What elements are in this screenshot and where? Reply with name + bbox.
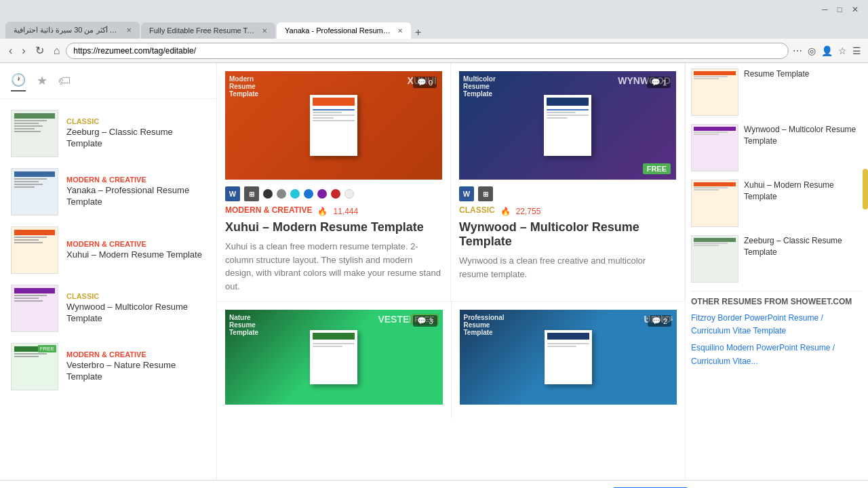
sidebar-item-vesterbro[interactable]: FREE MODERN & CREATIVE Vesterbro – Natur… [0, 338, 216, 396]
tab-arabic-title: البلك أكثر من 30 سيرة ذاتية احترافية [14, 26, 122, 35]
tab-yanaka-close[interactable]: ✕ [397, 27, 403, 35]
tab-editable-close[interactable]: ✕ [262, 27, 267, 35]
sidebar-category-yanaka: MODERN & CREATIVE [66, 176, 205, 184]
grid-icon2: ⊞ [478, 186, 493, 201]
sidebar-tab-history[interactable]: 🕐 [11, 70, 26, 92]
card-wynwood: Multicolor Resume Template WYNWOOD [451, 63, 685, 302]
pocket-button[interactable]: ◎ [806, 44, 817, 58]
right-sidebar: Resume Template Wynwood – Multicolor Res… [685, 63, 868, 480]
card-vesterbro-image[interactable]: Nature Resume Template VESTERBRO FREE [225, 310, 443, 405]
xuhui-category: MODERN & CREATIVE [225, 205, 312, 215]
color-dot-purple [317, 189, 327, 199]
right-title-1: Resume Template [744, 68, 810, 116]
main-content: Modern Resume Template XUHUI [217, 63, 685, 480]
address-bar[interactable] [66, 43, 789, 59]
tab-editable[interactable]: Fully Editable Free Resume Templ... ✕ [141, 22, 275, 39]
xuhui-line4 [313, 117, 334, 119]
tab-yanaka[interactable]: Yanaka - Professional Resume Te... ✕ [277, 22, 411, 39]
card-xuhui-image[interactable]: Modern Resume Template XUHUI [225, 71, 442, 180]
comment-icon4: 💬 [652, 317, 661, 325]
minimize-button[interactable]: ─ [818, 3, 832, 16]
sidebar-item-wynwood[interactable]: CLASSIC Wynwood – Multicolor Resume Temp… [0, 279, 216, 338]
new-tab-button[interactable]: + [412, 26, 424, 39]
wynwood-title[interactable]: Wynwood – Multicolor Resume Template [459, 220, 676, 249]
other-link-1[interactable]: Fitzroy Border PowerPoint Resume / Curri… [691, 312, 863, 338]
menu-button[interactable]: ☰ [851, 44, 863, 58]
reader-button[interactable]: 👤 [820, 44, 834, 58]
right-title-zeeburg2: Zeeburg – Classic Resume Template [744, 235, 863, 283]
bookmark-button[interactable]: ☆ [837, 44, 848, 58]
right-thumb-wynwood [691, 124, 738, 171]
nav-bar: ‹ › ↻ ⌂ ⋯ ◎ 👤 ☆ ☰ [0, 39, 868, 63]
xuhui-desc: Xuhui is a clean free modern resume temp… [225, 240, 442, 293]
ueno-comment-badge: 💬 2 [648, 315, 671, 327]
sidebar-item-xuhui[interactable]: MODERN & CREATIVE Xuhui – Modern Resume … [0, 221, 216, 279]
grid-icon: ⊞ [244, 186, 259, 201]
fire-icon2: 🔥 [500, 207, 511, 216]
sidebar-tab-bookmarks[interactable]: ★ [37, 70, 47, 92]
sidebar-item-yanaka[interactable]: MODERN & CREATIVE Yanaka – Professional … [0, 163, 216, 221]
xuhui-comment-badge: 💬 0 [413, 77, 437, 88]
wynwood-line3 [547, 115, 589, 116]
color-dot-blue [304, 189, 313, 199]
close-button[interactable]: ✕ [848, 3, 863, 16]
sidebar-tab-tags[interactable]: 🏷 [58, 70, 71, 92]
wynwood-tools: W ⊞ [459, 186, 676, 201]
comment-icon3: 💬 [417, 317, 427, 325]
word-icon: W [225, 186, 240, 201]
card-xuhui: Modern Resume Template XUHUI [217, 63, 451, 302]
sidebar-title-wynwood: Wynwood – Multicolor Resume Template [66, 302, 205, 325]
u-line1 [547, 343, 589, 344]
right-title-xuhui2: Xuhui – Modern Resume Template [744, 180, 863, 227]
right-item-zeeburg[interactable]: Zeeburg – Classic Resume Template [691, 235, 863, 283]
card-ueno-image[interactable]: Professional Resume Template UENO 4 colo… [460, 310, 677, 405]
home-button[interactable]: ⌂ [50, 43, 64, 58]
refresh-button[interactable]: ↻ [32, 43, 47, 58]
sidebar-item-zeeburg[interactable]: CLASSIC Zeeburg – Classic Resume Templat… [0, 104, 216, 163]
bottom-cards-row: Nature Resume Template VESTERBRO FREE [217, 302, 685, 418]
right-thumb-xuhui2 [691, 180, 738, 227]
forward-button[interactable]: › [18, 43, 28, 58]
word-icon2: W [459, 186, 474, 201]
sidebar-info-yanaka: MODERN & CREATIVE Yanaka – Professional … [66, 176, 205, 208]
sidebar-thumb-xuhui [11, 226, 58, 274]
sidebar-thumb-yanaka [11, 168, 58, 216]
wynwood-comment-count: 1 [663, 79, 667, 87]
xuhui-line5 [313, 120, 355, 121]
right-thumb-1 [691, 68, 738, 116]
fire-icon: 🔥 [317, 207, 328, 216]
wynwood-free-badge: FREE [643, 163, 671, 174]
sidebar-category-vesterbro: MODERN & CREATIVE [66, 350, 205, 359]
right-item-xuhui[interactable]: Xuhui – Modern Resume Template [691, 180, 863, 227]
tab-arabic-close[interactable]: ✕ [126, 26, 132, 34]
other-link-2[interactable]: Esquilino Modern PowerPoint Resume / Cur… [691, 342, 863, 367]
scroll-thumb[interactable] [863, 169, 868, 209]
color-dot-red [331, 189, 340, 199]
xuhui-resume-preview [310, 95, 357, 156]
wynwood-meta: CLASSIC 🔥 22,755 [459, 205, 676, 218]
card-wynwood-image[interactable]: Multicolor Resume Template WYNWOOD [459, 71, 676, 180]
tab-bar: البلك أكثر من 30 سيرة ذاتية احترافية ✕ F… [0, 19, 868, 39]
tab-arabic[interactable]: البلك أكثر من 30 سيرة ذاتية احترافية ✕ [5, 22, 140, 39]
wynwood-label: Multicolor Resume Template [463, 75, 496, 98]
more-button[interactable]: ⋯ [791, 44, 804, 58]
u-line2 [547, 346, 576, 347]
wynwood-bg: Multicolor Resume Template WYNWOOD [459, 71, 676, 180]
xuhui-title[interactable]: Xuhui – Modern Resume Template [225, 220, 442, 235]
xuhui-bg: Modern Resume Template XUHUI [225, 71, 442, 180]
right-item-1[interactable]: Resume Template [691, 68, 863, 116]
sidebar-info-wynwood: CLASSIC Wynwood – Multicolor Resume Temp… [66, 292, 205, 325]
vesterbro-label: Nature Resume Template [229, 314, 258, 336]
ueno-resume-preview [545, 330, 592, 384]
nav-icons: ⋯ ◎ 👤 ☆ ☰ [791, 44, 863, 58]
sidebar-title-vesterbro: Vesterbro – Nature Resume Template [66, 360, 205, 383]
wynwood-category: CLASSIC [459, 205, 495, 215]
wynwood-line2 [547, 112, 576, 113]
back-button[interactable]: ‹ [5, 43, 16, 58]
top-cards-row: Modern Resume Template XUHUI [217, 63, 685, 302]
vesterbro-comment-count: 3 [429, 317, 433, 325]
maximize-button[interactable]: □ [833, 3, 846, 16]
sidebar-category-wynwood: CLASSIC [66, 292, 205, 300]
tab-yanaka-title: Yanaka - Professional Resume Te... [285, 26, 393, 35]
right-item-wynwood[interactable]: Wynwood – Multicolor Resume Template [691, 124, 863, 171]
